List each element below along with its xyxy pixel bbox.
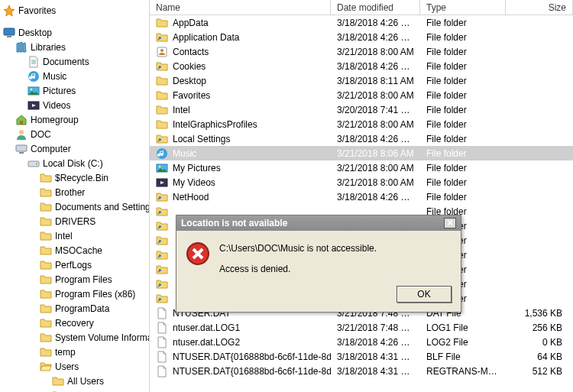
list-row[interactable]: Desktop3/18/2018 8:11 AMFile folder bbox=[150, 73, 573, 88]
homegroup-icon bbox=[15, 114, 28, 126]
computer-icon bbox=[15, 143, 28, 155]
tree-label: Documents and Settings bbox=[55, 202, 150, 212]
tree-local-disk[interactable]: Local Disk (C:) bbox=[0, 156, 149, 170]
list-row[interactable]: NetHood3/18/2018 4:26 PMFile folder bbox=[150, 190, 573, 204]
file-type: File folder bbox=[420, 32, 506, 43]
file-name: AppData bbox=[173, 18, 209, 28]
tree-folder[interactable]: $Recycle.Bin bbox=[0, 170, 149, 185]
tree-lib-videos[interactable]: Videos bbox=[0, 98, 149, 112]
file-type: BLF File bbox=[420, 352, 506, 362]
file-name: Intel bbox=[173, 105, 190, 115]
col-size[interactable]: Size bbox=[506, 0, 573, 15]
file-name: Application Data bbox=[173, 32, 239, 43]
tree-desktop[interactable]: Desktop bbox=[0, 25, 149, 40]
tree-label: Brother bbox=[55, 187, 85, 198]
list-row[interactable]: AppData3/18/2018 4:26 PMFile folder bbox=[150, 15, 573, 30]
tree-libraries[interactable]: Libraries bbox=[0, 40, 149, 54]
dialog-title: Location is not available bbox=[181, 218, 287, 228]
tree-folder[interactable]: Default bbox=[0, 388, 149, 392]
nav-tree: Favorites Desktop Libraries Documents Mu… bbox=[0, 0, 150, 392]
tree-label: ProgramData bbox=[55, 303, 109, 314]
folder-icon bbox=[156, 118, 168, 131]
tree-folder[interactable]: Recovery bbox=[0, 316, 149, 330]
tree-homegroup[interactable]: Homegroup bbox=[0, 112, 149, 127]
list-row[interactable]: Application Data3/18/2018 4:26 PMFile fo… bbox=[150, 30, 573, 44]
tree-folder[interactable]: temp bbox=[0, 345, 149, 359]
file-date: 3/20/2018 7:41 PM bbox=[331, 105, 420, 115]
pictures-icon bbox=[156, 162, 168, 174]
tree-folder[interactable]: All Users bbox=[0, 374, 149, 388]
tree-label: Desktop bbox=[18, 28, 52, 38]
list-row[interactable]: Intel3/20/2018 7:41 PMFile folder bbox=[150, 102, 573, 117]
file-type: File folder bbox=[420, 105, 506, 115]
dialog-line2: Access is denied. bbox=[219, 262, 377, 277]
file-size: 1,536 KB bbox=[506, 308, 573, 319]
file-date: 3/18/2018 4:31 PM bbox=[331, 352, 420, 362]
list-row[interactable]: ntuser.dat.LOG23/18/2018 4:26 PMLOG2 Fil… bbox=[150, 335, 573, 349]
tree-folder[interactable]: PerfLogs bbox=[0, 258, 149, 272]
file-date: 3/18/2018 4:26 PM bbox=[331, 61, 420, 72]
file-size: 0 KB bbox=[506, 337, 573, 348]
list-row[interactable]: NTUSER.DAT{016888bd-6c6f-11de-8d1d-00...… bbox=[150, 349, 573, 364]
tree-lib-pictures[interactable]: Pictures bbox=[0, 83, 149, 98]
ok-button[interactable]: OK bbox=[397, 286, 452, 303]
link-icon bbox=[156, 31, 168, 44]
list-row[interactable]: IntelGraphicsProfiles3/21/2018 8:00 AMFi… bbox=[150, 117, 573, 131]
column-headers: Name Date modified Type Size bbox=[150, 0, 573, 15]
file-date: 3/21/2018 8:00 AM bbox=[331, 47, 420, 57]
list-row[interactable]: My Pictures3/21/2018 8:00 AMFile folder bbox=[150, 160, 573, 175]
col-name[interactable]: Name bbox=[150, 0, 331, 15]
tree-label: Program Files bbox=[55, 274, 112, 285]
tree-label: Documents bbox=[43, 57, 89, 67]
tree-label: DRIVERS bbox=[55, 216, 96, 227]
videos-icon bbox=[156, 177, 168, 189]
file-name: NTUSER.DAT{016888bd-6c6f-11de-8d1d-00... bbox=[173, 352, 331, 362]
tree-label: Program Files (x86) bbox=[55, 289, 135, 300]
file-icon bbox=[156, 336, 168, 348]
col-date[interactable]: Date modified bbox=[331, 0, 420, 15]
tree-label: Pictures bbox=[43, 86, 76, 96]
tree-folder[interactable]: Program Files bbox=[0, 272, 149, 287]
tree-label: Videos bbox=[43, 100, 70, 111]
tree-computer[interactable]: Computer bbox=[0, 141, 149, 156]
tree-favorites[interactable]: Favorites bbox=[0, 3, 149, 18]
col-type[interactable]: Type bbox=[420, 0, 506, 15]
file-icon bbox=[156, 351, 168, 363]
tree-folder[interactable]: Intel bbox=[0, 228, 149, 243]
dialog-titlebar[interactable]: Location is not available ✕ bbox=[176, 215, 461, 231]
list-row[interactable]: NTUSER.DAT{016888bd-6c6f-11de-8d1d-00...… bbox=[150, 364, 573, 378]
tree-folder[interactable]: Program Files (x86) bbox=[0, 287, 149, 301]
file-name: My Videos bbox=[173, 177, 215, 188]
tree-folder[interactable]: MSOCache bbox=[0, 243, 149, 258]
tree-label: temp bbox=[55, 347, 76, 358]
tree-folder[interactable]: Brother bbox=[0, 185, 149, 199]
list-row[interactable]: My Videos3/21/2018 8:00 AMFile folder bbox=[150, 175, 573, 190]
tree-users[interactable]: Users bbox=[0, 359, 149, 374]
tree-folder[interactable]: Documents and Settings bbox=[0, 199, 149, 214]
tree-doc-user[interactable]: DOC bbox=[0, 127, 149, 141]
list-row[interactable]: Cookies3/18/2018 4:26 PMFile folder bbox=[150, 59, 573, 73]
tree-label: Music bbox=[43, 71, 66, 82]
link-icon bbox=[156, 133, 168, 145]
file-icon bbox=[156, 307, 168, 319]
list-row[interactable]: Music3/21/2018 8:06 AMFile folder bbox=[150, 146, 573, 160]
file-type: File folder bbox=[420, 163, 506, 173]
file-type: File folder bbox=[420, 192, 506, 202]
list-row[interactable]: Favorites3/21/2018 8:00 AMFile folder bbox=[150, 88, 573, 102]
folder-icon bbox=[52, 390, 64, 393]
link-icon bbox=[156, 191, 168, 203]
tree-folder[interactable]: ProgramData bbox=[0, 301, 149, 316]
folder-icon bbox=[40, 332, 52, 344]
list-row[interactable]: Contacts3/21/2018 8:00 AMFile folder bbox=[150, 44, 573, 59]
tree-label: Libraries bbox=[31, 42, 66, 53]
tree-folder[interactable]: DRIVERS bbox=[0, 214, 149, 228]
tree-lib-documents[interactable]: Documents bbox=[0, 54, 149, 69]
tree-folder[interactable]: System Volume Information bbox=[0, 330, 149, 345]
close-button[interactable]: ✕ bbox=[444, 218, 456, 228]
tree-lib-music[interactable]: Music bbox=[0, 69, 149, 83]
list-row[interactable]: Local Settings3/18/2018 4:26 PMFile fold… bbox=[150, 131, 573, 146]
folder-icon bbox=[156, 75, 168, 87]
file-date: 3/21/2018 7:48 PM bbox=[331, 322, 420, 333]
list-row[interactable]: ntuser.dat.LOG13/21/2018 7:48 PMLOG1 Fil… bbox=[150, 320, 573, 335]
file-date: 3/18/2018 4:26 PM bbox=[331, 337, 420, 348]
